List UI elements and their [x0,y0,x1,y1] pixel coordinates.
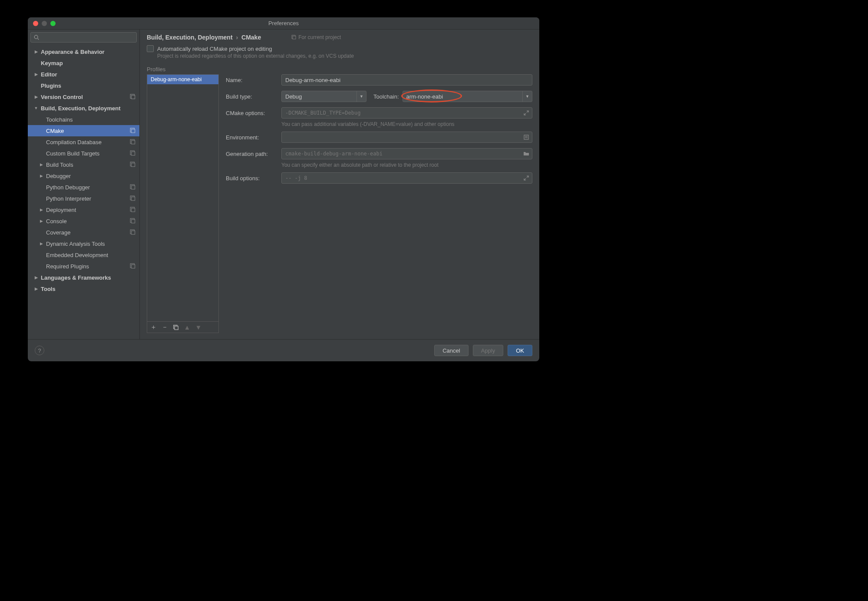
sidebar-item-label: Toolchains [46,116,73,123]
svg-rect-15 [524,135,528,139]
profile-item[interactable]: Debug-arm-none-eabi [147,75,218,84]
auto-reload-checkbox[interactable] [147,45,154,52]
project-badge-icon [130,162,136,168]
fullscreen-window-button[interactable] [50,21,56,26]
project-badge-icon [130,128,136,134]
move-down-button[interactable]: ▼ [195,324,202,331]
sidebar-item-tools[interactable]: ▶Tools [28,283,139,294]
sidebar-item-embedded-development[interactable]: Embedded Development [28,249,139,261]
sidebar-item-custom-build-targets[interactable]: Custom Build Targets [28,148,139,159]
svg-line-1 [38,39,39,40]
svg-rect-11 [132,231,135,234]
breadcrumb-section: Build, Execution, Deployment [147,34,233,41]
toolchain-select[interactable]: arm-none-eabi ▼ [403,91,532,102]
remove-profile-button[interactable]: － [161,323,168,331]
svg-rect-8 [132,197,135,201]
sidebar-item-cmake[interactable]: CMake [28,125,139,136]
project-badge-icon [130,184,136,190]
tree-arrow-icon: ▶ [39,162,43,167]
tree-arrow-icon: ▶ [39,241,43,246]
sidebar-item-label: Python Interpreter [46,195,91,202]
settings-tree: ▶Appearance & BehaviorKeymap▶EditorPlugi… [28,45,139,339]
search-input[interactable] [30,32,137,43]
sidebar-item-label: Build Tools [46,162,73,168]
svg-rect-5 [132,152,135,155]
tree-arrow-icon: ▶ [39,208,43,212]
expand-icon[interactable] [523,110,529,116]
sidebar-item-toolchains[interactable]: Toolchains [28,114,139,125]
build-type-select[interactable]: Debug ▼ [281,91,366,102]
sidebar-item-label: Coverage [46,229,70,236]
sidebar-item-plugins[interactable]: Plugins [28,80,139,91]
svg-rect-2 [132,96,135,99]
help-button[interactable]: ? [35,346,44,355]
apply-button[interactable]: Apply [473,345,504,356]
window-controls [28,21,56,26]
sidebar-item-label: Languages & Frameworks [41,274,111,281]
sidebar-item-editor[interactable]: ▶Editor [28,69,139,80]
sidebar-item-label: CMake [46,128,64,134]
name-label: Name: [226,77,281,83]
sidebar-item-label: Keymap [41,60,63,66]
profiles-list[interactable]: Debug-arm-none-eabi [147,75,218,321]
sidebar-item-appearance-behavior[interactable]: ▶Appearance & Behavior [28,46,139,57]
sidebar-item-compilation-database[interactable]: Compilation Database [28,136,139,148]
sidebar-item-version-control[interactable]: ▶Version Control [28,91,139,102]
cancel-button[interactable]: Cancel [434,345,468,356]
auto-reload-label: Automatically reload CMake project on ed… [157,46,272,52]
sidebar-item-keymap[interactable]: Keymap [28,57,139,69]
list-icon[interactable] [523,134,529,140]
sidebar-item-debugger[interactable]: ▶Debugger [28,170,139,182]
move-up-button[interactable]: ▲ [184,324,191,331]
project-badge-icon [130,229,136,235]
sidebar-item-dynamic-analysis-tools[interactable]: ▶Dynamic Analysis Tools [28,238,139,249]
sidebar-item-build-execution-deployment[interactable]: ▼Build, Execution, Deployment [28,102,139,114]
sidebar-item-label: Tools [41,286,56,292]
expand-icon[interactable] [523,175,529,181]
copy-profile-button[interactable] [172,324,179,330]
sidebar-item-required-plugins[interactable]: Required Plugins [28,261,139,272]
cmake-options-input[interactable]: -DCMAKE_BUILD_TYPE=Debug [281,107,532,119]
ok-button[interactable]: OK [508,345,532,356]
svg-rect-10 [132,220,135,223]
sidebar: ▶Appearance & BehaviorKeymap▶EditorPlugi… [28,30,140,339]
sidebar-item-label: Appearance & Behavior [41,49,105,55]
add-profile-button[interactable]: ＋ [150,323,157,331]
svg-rect-13 [293,36,296,39]
project-badge-icon [130,195,136,201]
sidebar-item-label: Dynamic Analysis Tools [46,241,105,247]
svg-rect-4 [132,141,135,144]
minimize-window-button[interactable] [42,21,47,26]
project-badge-icon [130,139,136,145]
build-options-label: Build options: [226,175,281,182]
environment-input[interactable] [281,132,532,143]
profiles-toolbar: ＋ － ▲ ▼ [147,321,218,333]
sidebar-item-deployment[interactable]: ▶Deployment [28,204,139,215]
build-type-label: Build type: [226,93,281,100]
sidebar-item-python-debugger[interactable]: Python Debugger [28,182,139,193]
sidebar-item-label: Debugger [46,173,71,179]
project-badge-icon [130,94,136,100]
name-input[interactable]: Debug-arm-none-eabi [281,74,532,86]
sidebar-item-build-tools[interactable]: ▶Build Tools [28,159,139,170]
sidebar-item-label: Version Control [41,94,83,100]
folder-icon[interactable] [523,151,529,157]
chevron-down-icon: ▼ [522,91,532,102]
sidebar-item-label: Custom Build Targets [46,150,99,157]
generation-path-input[interactable]: cmake-build-debug-arm-none-eabi [281,148,532,159]
sidebar-item-console[interactable]: ▶Console [28,215,139,227]
sidebar-item-label: Build, Execution, Deployment [41,105,120,112]
sidebar-item-python-interpreter[interactable]: Python Interpreter [28,193,139,204]
search-icon [33,34,40,40]
sidebar-item-label: Editor [41,71,57,78]
sidebar-item-coverage[interactable]: Coverage [28,227,139,238]
close-window-button[interactable] [33,21,38,26]
generation-path-hint: You can specify either an absolute path … [281,162,532,168]
sidebar-item-languages-frameworks[interactable]: ▶Languages & Frameworks [28,272,139,283]
svg-rect-6 [132,163,135,167]
build-options-input[interactable]: -- -j 8 [281,172,532,184]
project-badge-icon [130,207,136,213]
auto-reload-hint: Project is reloaded regardless of this o… [140,53,539,63]
sidebar-item-label: Required Plugins [46,263,89,270]
cmake-options-hint: You can pass additional variables (-DVAR… [281,121,532,127]
